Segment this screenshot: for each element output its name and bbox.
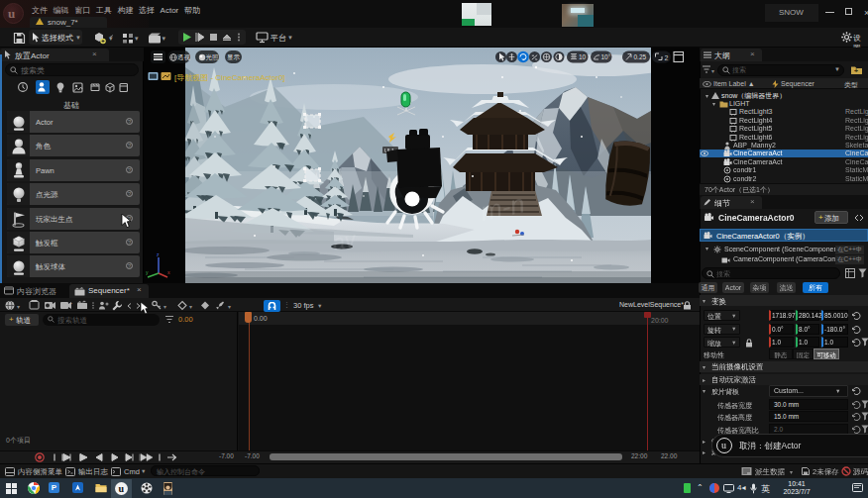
svg-text:▾: ▾: [109, 35, 113, 42]
svg-text:+: +: [854, 67, 858, 74]
svg-text:▾: ▾: [228, 304, 231, 310]
svg-text:z: z: [157, 251, 160, 257]
svg-text:+: +: [69, 300, 72, 306]
svg-text:▾: ▾: [17, 304, 20, 310]
svg-text:▾: ▾: [189, 304, 192, 310]
svg-text:▾: ▾: [163, 304, 166, 310]
svg-text:10°: 10°: [601, 53, 611, 60]
svg-text:2: 2: [665, 54, 669, 61]
svg-text:▾: ▾: [135, 35, 139, 42]
svg-text:x: x: [167, 269, 170, 275]
svg-text:10: 10: [579, 53, 587, 60]
svg-text:▾: ▾: [711, 68, 714, 74]
svg-text:0.25: 0.25: [634, 53, 647, 60]
svg-text:y: y: [146, 269, 149, 275]
svg-text:▾: ▾: [163, 35, 166, 42]
